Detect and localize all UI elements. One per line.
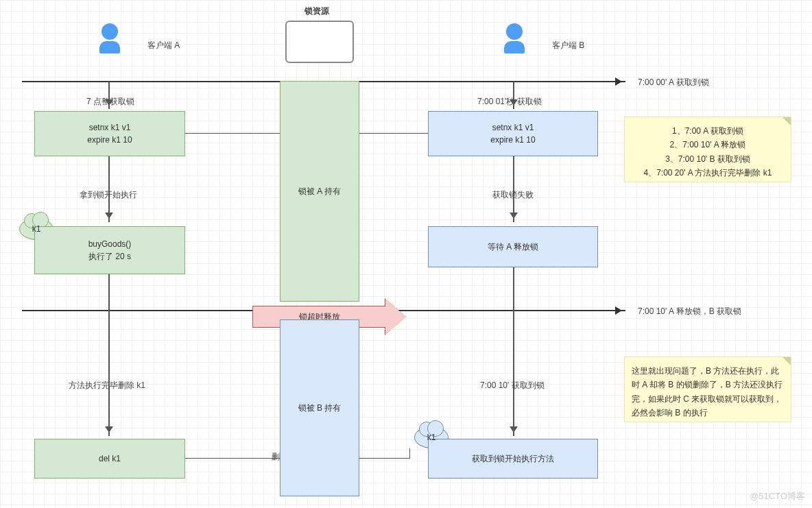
client-a-icon: [96, 23, 123, 58]
a-start-exec-label: 拿到锁开始执行: [80, 189, 137, 201]
note1-l2: 2、7:00 10' A 释放锁: [669, 138, 745, 152]
a-buygoods-l1: buyGoods(): [88, 238, 132, 250]
b-start-exec-box: 获取到锁开始执行方法: [428, 439, 598, 479]
b-wait-box: 等待 A 释放锁: [428, 226, 598, 267]
watermark: @51CTO博客: [750, 490, 805, 503]
a-buygoods-l2: 执行了 20 s: [88, 250, 131, 263]
lock-resource-title: 锁资源: [304, 5, 329, 17]
arrow: [108, 82, 110, 109]
a-setnx-l2: expire k1 10: [87, 134, 132, 146]
b-setnx-l1: setnx k1 v1: [492, 121, 534, 134]
connector-del: [185, 458, 280, 459]
timeline-1-label: 7:00 00' A 获取到锁: [638, 77, 709, 88]
connector-b-exec: [359, 458, 410, 459]
a-del-text: del k1: [99, 452, 121, 465]
b-setnx-box: setnx k1 v1 expire k1 10: [428, 111, 598, 156]
b-setnx-l2: expire k1 10: [490, 134, 535, 146]
a-finish-del-label: 方法执行完毕删除 k1: [69, 380, 145, 391]
lock-held-a-box: 锁被 A 持有: [280, 81, 359, 302]
b-start-exec-text: 获取到锁开始执行方法: [472, 452, 554, 465]
lock-held-b-text: 锁被 B 持有: [298, 402, 342, 414]
del-char: 删: [272, 451, 280, 463]
lock-resource-box: [285, 21, 354, 63]
lock-held-b-box: 锁被 B 持有: [280, 319, 359, 496]
note-1: 1、7:00 A 获取到锁 2、7:00 10' A 释放锁 3、7:00 10…: [624, 117, 791, 182]
note1-l4: 4、7:00 20' A 方法执行完毕删除 k1: [643, 166, 772, 180]
client-a-label: 客户端 A: [147, 40, 180, 51]
a-buygoods-box: buyGoods() 执行了 20 s: [34, 226, 185, 274]
a-setnx-l1: setnx k1 v1: [89, 121, 131, 134]
note1-l1: 1、7:00 A 获取到锁: [672, 124, 743, 138]
lock-held-a-text: 锁被 A 持有: [298, 185, 341, 197]
a-setnx-box: setnx k1 v1 expire k1 10: [34, 111, 185, 156]
connector-b-up: [409, 448, 410, 459]
arrow: [108, 274, 110, 436]
connector-a-mid: [185, 133, 280, 134]
diagram-canvas: 客户端 A 锁资源 客户端 B 7:00 00' A 获取到锁 7:00 10'…: [0, 0, 812, 508]
timeline-2-label: 7:00 10' A 释放锁，B 获取锁: [638, 306, 741, 317]
b-fail-label: 获取锁失败: [492, 189, 534, 201]
arrow: [513, 82, 514, 109]
note1-l3: 3、7:00 10' B 获取到锁: [665, 152, 750, 166]
b-wait-text: 等待 A 释放锁: [488, 241, 538, 253]
arrow: [513, 267, 514, 436]
note-2: 这里就出现问题了，B 方法还在执行，此时 A 却将 B 的锁删除了，B 方法还没…: [624, 356, 791, 422]
b-got-lock-label: 7:00 10' 获取到锁: [480, 380, 545, 391]
note2-text: 这里就出现问题了，B 方法还在执行，此时 A 却将 B 的锁删除了，B 方法还没…: [632, 364, 784, 420]
client-b-icon: [501, 23, 528, 58]
client-b-label: 客户端 B: [552, 40, 584, 51]
a-del-box: del k1: [34, 439, 185, 479]
connector-b-mid: [359, 133, 428, 134]
